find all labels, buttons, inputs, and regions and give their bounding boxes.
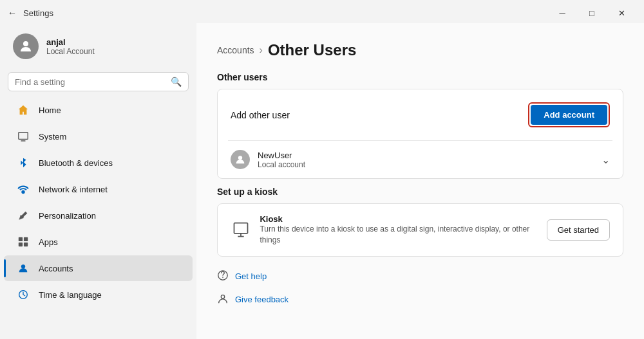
app-body: anjal Local Account 🔍 Home Sys (0, 23, 644, 339)
footer-links: Get help Give feedback (217, 267, 623, 309)
search-icon: 🔍 (171, 77, 182, 87)
svg-rect-4 (24, 237, 28, 241)
accounts-icon (17, 262, 30, 275)
sidebar-item-system[interactable]: System (4, 124, 193, 149)
other-users-card: Add other user Add account NewUser Local… (217, 89, 623, 179)
kiosk-name: Kiosk (260, 214, 546, 224)
search-box[interactable]: 🔍 (8, 72, 189, 91)
back-icon[interactable]: ← (8, 8, 17, 18)
bluetooth-icon (17, 156, 30, 169)
table-row[interactable]: NewUser Local account ⌄ (218, 141, 623, 178)
svg-rect-10 (234, 223, 247, 234)
minimize-button[interactable]: ─ (547, 3, 577, 23)
svg-point-7 (21, 264, 25, 268)
title-bar-left: ← Settings (8, 8, 53, 18)
svg-point-0 (23, 41, 28, 46)
sidebar-item-label: System (39, 132, 66, 142)
avatar (13, 33, 39, 59)
svg-rect-2 (21, 140, 25, 141)
svg-rect-6 (24, 243, 28, 246)
sidebar-item-network[interactable]: Network & internet (4, 176, 193, 202)
get-help-label: Get help (235, 271, 267, 281)
sidebar-item-personalization[interactable]: Personalization (4, 203, 193, 228)
help-icon (217, 270, 229, 284)
svg-rect-3 (19, 237, 23, 241)
get-help-link[interactable]: Get help (217, 267, 623, 286)
user-section: anjal Local Account (0, 23, 196, 69)
add-other-user-label: Add other user (231, 110, 290, 120)
breadcrumb-current: Other Users (268, 41, 356, 59)
sidebar-item-label: Accounts (39, 264, 73, 273)
add-account-button[interactable]: Add account (531, 105, 607, 125)
user-row-name: NewUser (258, 151, 305, 160)
kiosk-card: Kiosk Turn this device into a kiosk to u… (217, 203, 623, 257)
sidebar-item-time[interactable]: Time & language (4, 282, 193, 307)
sidebar-item-label: Home (39, 105, 61, 115)
close-button[interactable]: ✕ (607, 3, 636, 23)
time-icon (17, 288, 30, 301)
kiosk-desc: Turn this device into a kiosk to use as … (260, 224, 546, 246)
kiosk-row: Kiosk Turn this device into a kiosk to u… (218, 204, 623, 256)
user-row-left: NewUser Local account (231, 150, 305, 169)
title-bar-controls: ─ □ ✕ (547, 3, 636, 23)
sidebar-item-label: Bluetooth & devices (39, 158, 113, 168)
add-account-highlight: Add account (528, 102, 610, 127)
svg-point-14 (221, 295, 224, 298)
chevron-down-icon: ⌄ (601, 154, 610, 166)
user-info: anjal Local Account (46, 37, 95, 56)
sidebar-item-label: Network & internet (39, 185, 108, 194)
svg-point-9 (238, 156, 242, 160)
breadcrumb-parent[interactable]: Accounts (217, 45, 254, 55)
sidebar-item-label: Personalization (39, 211, 96, 221)
other-users-section-title: Other users (217, 72, 623, 82)
kiosk-section-title: Set up a kiosk (217, 187, 623, 197)
kiosk-left: Kiosk Turn this device into a kiosk to u… (231, 214, 547, 246)
feedback-icon (217, 293, 229, 307)
kiosk-icon (231, 219, 251, 240)
apps-icon (17, 235, 30, 248)
user-type: Local Account (46, 47, 95, 56)
user-row-avatar (231, 150, 250, 169)
add-other-user-row: Add other user Add account (218, 89, 623, 140)
kiosk-text: Kiosk Turn this device into a kiosk to u… (260, 214, 546, 246)
personalization-icon (17, 209, 30, 222)
breadcrumb-separator: › (260, 44, 263, 56)
sidebar-nav: Home System Bluetooth & devices (0, 96, 196, 308)
sidebar-item-bluetooth[interactable]: Bluetooth & devices (4, 150, 193, 176)
give-feedback-link[interactable]: Give feedback (217, 290, 623, 309)
svg-rect-5 (19, 243, 23, 246)
sidebar: anjal Local Account 🔍 Home Sys (0, 23, 196, 339)
sidebar-item-label: Time & language (39, 290, 102, 300)
sidebar-item-label: Apps (39, 237, 58, 247)
search-input[interactable] (15, 77, 166, 87)
window-title: Settings (23, 8, 53, 18)
maximize-button[interactable]: □ (577, 3, 607, 23)
sidebar-item-home[interactable]: Home (4, 97, 193, 123)
system-icon (17, 130, 30, 143)
network-icon (17, 183, 30, 196)
content-area: Accounts › Other Users Other users Add o… (196, 23, 644, 339)
user-row-type: Local account (258, 160, 305, 169)
breadcrumb: Accounts › Other Users (217, 41, 623, 59)
sidebar-item-accounts[interactable]: Accounts (4, 255, 193, 281)
give-feedback-label: Give feedback (235, 295, 289, 304)
user-name: anjal (46, 37, 95, 47)
user-row-info: NewUser Local account (258, 151, 305, 169)
home-icon (17, 104, 30, 116)
svg-rect-1 (19, 133, 28, 140)
sidebar-item-apps[interactable]: Apps (4, 229, 193, 255)
get-started-button[interactable]: Get started (547, 219, 610, 241)
title-bar: ← Settings ─ □ ✕ (0, 0, 644, 23)
